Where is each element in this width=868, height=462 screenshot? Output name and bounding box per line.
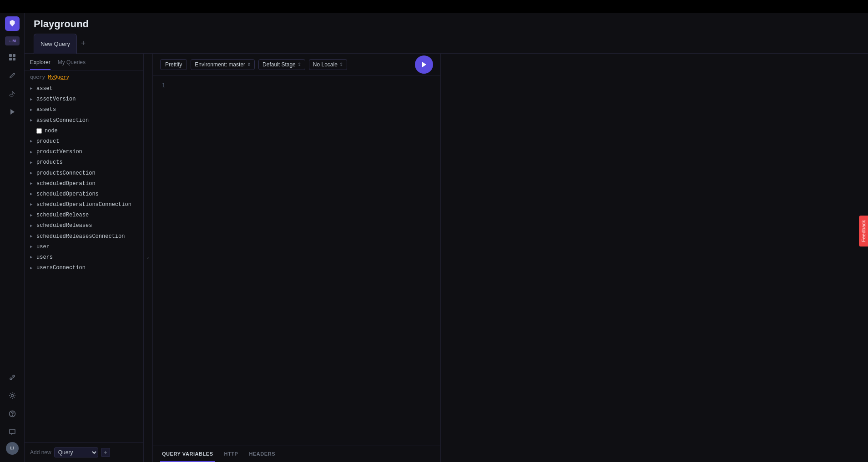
tree-arrow: ▶: [30, 85, 35, 92]
tree-arrow: ▶: [30, 223, 35, 229]
tree-item-product[interactable]: ▶ product: [25, 136, 143, 147]
tabs-bar: New Query +: [25, 34, 868, 54]
user-avatar[interactable]: U: [6, 442, 19, 455]
tree-item-products[interactable]: ▶ products: [25, 157, 143, 168]
nav-icons: [4, 49, 20, 120]
top-bar: [0, 0, 868, 13]
line-numbers: 1: [153, 75, 169, 446]
tree-arrow: ▶: [30, 138, 35, 145]
locale-arrow-icon: ⇕: [339, 62, 343, 67]
settings-icon[interactable]: [4, 387, 20, 404]
app-body: ←M: [0, 13, 868, 462]
svg-rect-2: [9, 58, 12, 60]
nav-bottom: U: [4, 369, 20, 458]
help-icon[interactable]: [4, 406, 20, 422]
main-content: Playground New Query + Explorer My Queri…: [25, 13, 868, 462]
add-new-bar: Add new Query Mutation Subscription +: [25, 442, 143, 462]
editor-toolbar: Prettify Environment: master ⇕ Default S…: [153, 54, 440, 75]
tree-arrow: ▶: [30, 160, 35, 166]
svg-point-5: [10, 378, 12, 380]
tree-item-usersconnection[interactable]: ▶ usersConnection: [25, 263, 143, 273]
grid-icon[interactable]: [4, 49, 20, 65]
tree-arrow: ▶: [30, 191, 35, 197]
tree-item-scheduledoperation[interactable]: ▶ scheduledOperation: [25, 179, 143, 189]
code-editor[interactable]: [169, 75, 440, 446]
environment-arrow-icon: ⇕: [247, 62, 251, 67]
svg-marker-10: [422, 62, 426, 67]
feedback-button[interactable]: Feedback: [859, 216, 868, 246]
run-nav-icon[interactable]: [4, 104, 20, 120]
add-new-type-select[interactable]: Query Mutation Subscription: [54, 447, 98, 457]
tab-headers[interactable]: HEADERS: [247, 446, 277, 462]
results-panel: [440, 54, 868, 462]
tree-arrow: ▶: [30, 212, 35, 219]
tree-arrow: ▶: [30, 201, 35, 208]
collapse-toggle[interactable]: ‹: [144, 54, 153, 462]
prettify-button[interactable]: Prettify: [160, 59, 187, 70]
svg-point-9: [12, 415, 12, 416]
tree-item-productversion[interactable]: ▶ productVersion: [25, 147, 143, 157]
explorer-panel: Explorer My Queries query MyQuery ▶ ass: [25, 54, 144, 462]
tab-my-queries[interactable]: My Queries: [58, 57, 86, 70]
app-logo[interactable]: [5, 16, 20, 31]
workspace: Explorer My Queries query MyQuery ▶ ass: [25, 54, 868, 462]
editor-area: 1 QUERY VARIABLES HTTP HEADERS: [153, 75, 440, 462]
tree-item-node[interactable]: node: [25, 126, 143, 136]
environment-selector[interactable]: Environment: master ⇕: [191, 59, 255, 70]
tree-item-scheduledoperationsconnection[interactable]: ▶ scheduledOperationsConnection: [25, 200, 143, 210]
tree-arrow: ▶: [30, 265, 35, 271]
tree-item-users[interactable]: ▶ users: [25, 252, 143, 263]
tree-arrow: ▶: [30, 96, 35, 103]
tree-arrow: ▶: [30, 244, 35, 250]
user-badge[interactable]: ←M: [5, 36, 20, 45]
user-badge-text: ←M: [8, 39, 16, 43]
tree-item-scheduledreleases[interactable]: ▶ scheduledReleases: [25, 221, 143, 231]
add-new-label: Add new: [30, 449, 51, 456]
svg-point-6: [13, 375, 15, 377]
explorer-tree: ▶ asset ▶ assetVersion ▶ assets ▶ assets…: [25, 82, 143, 442]
svg-point-7: [11, 395, 13, 397]
explorer-tabs: Explorer My Queries: [25, 54, 143, 70]
tree-item-assets[interactable]: ▶ assets: [25, 105, 143, 115]
tree-item-scheduledreleasesconnection[interactable]: ▶ scheduledReleasesConnection: [25, 231, 143, 242]
svg-rect-1: [13, 54, 15, 57]
tree-item-assetversion[interactable]: ▶ assetVersion: [25, 94, 143, 105]
tree-item-assetsconnection[interactable]: ▶ assetsConnection: [25, 116, 143, 126]
page-header: Playground: [25, 13, 868, 30]
tree-item-user[interactable]: ▶ user: [25, 242, 143, 252]
tree-arrow: ▶: [30, 170, 35, 176]
add-tab-button[interactable]: +: [77, 37, 90, 50]
locale-selector[interactable]: No Locale ⇕: [309, 59, 347, 70]
tree-arrow: ▶: [30, 233, 35, 240]
run-button[interactable]: [415, 55, 433, 74]
chat-icon[interactable]: [4, 424, 20, 440]
nav-rail: ←M: [0, 13, 25, 462]
tab-explorer[interactable]: Explorer: [30, 57, 50, 70]
tree-arrow: ▶: [30, 149, 35, 156]
editor-panel: Prettify Environment: master ⇕ Default S…: [153, 54, 440, 462]
query-tab-label: New Query: [40, 40, 70, 47]
add-new-button[interactable]: +: [101, 448, 110, 457]
query-label: query MyQuery: [25, 70, 143, 82]
tree-item-asset[interactable]: ▶ asset: [25, 84, 143, 94]
webhook-icon[interactable]: [4, 369, 20, 386]
query-name: MyQuery: [48, 74, 69, 80]
tab-query-variables[interactable]: QUERY VARIABLES: [160, 446, 215, 462]
tree-arrow: ▶: [30, 107, 35, 113]
tree-item-scheduledoperations[interactable]: ▶ scheduledOperations: [25, 189, 143, 200]
tree-item-productsconnection[interactable]: ▶ productsConnection: [25, 168, 143, 179]
svg-marker-4: [10, 109, 15, 115]
page-title: Playground: [34, 18, 859, 30]
svg-rect-0: [9, 54, 12, 57]
node-checkbox[interactable]: [36, 128, 42, 134]
tree-item-scheduledrelease[interactable]: ▶ scheduledRelease: [25, 210, 143, 221]
tab-http[interactable]: HTTP: [222, 446, 240, 462]
query-tab[interactable]: New Query: [34, 34, 77, 54]
edit-icon[interactable]: [4, 67, 20, 84]
editor-bottom: QUERY VARIABLES HTTP HEADERS: [153, 446, 440, 462]
brush-icon[interactable]: [4, 85, 20, 102]
stage-selector[interactable]: Default Stage ⇕: [258, 59, 305, 70]
tree-arrow: ▶: [30, 117, 35, 124]
tree-arrow: ▶: [30, 181, 35, 187]
svg-rect-3: [13, 58, 15, 60]
